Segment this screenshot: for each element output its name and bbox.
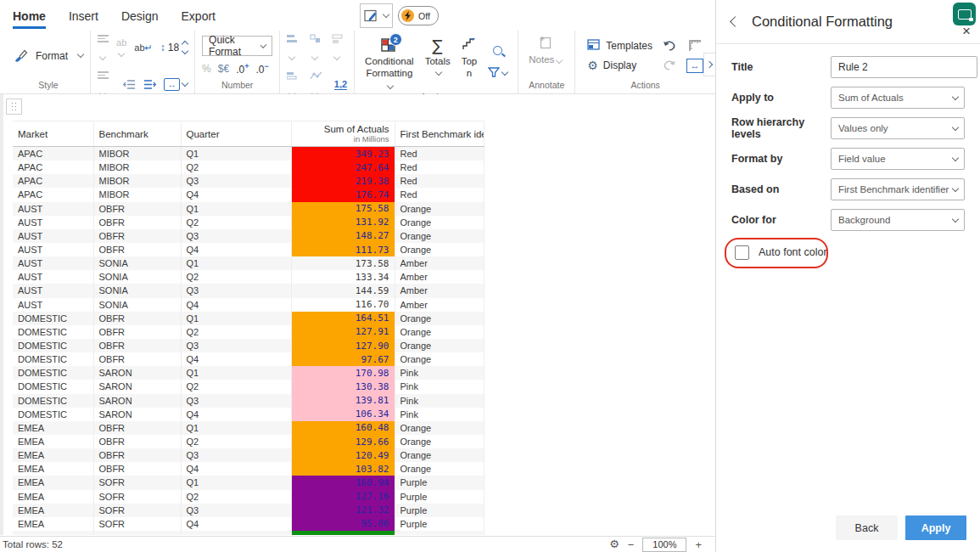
cell-sum-of-actuals[interactable]: 160.48	[291, 421, 395, 435]
table-row[interactable]: EMEASOFRQ1160.94Purple	[13, 476, 484, 489]
cell[interactable]: Q3	[181, 448, 291, 462]
cell[interactable]: EMEA	[13, 476, 93, 489]
cell[interactable]: Q2	[181, 435, 291, 448]
cell-sum-of-actuals[interactable]: 148.27	[291, 229, 395, 243]
cell-sum-of-actuals[interactable]: 176.74	[291, 188, 395, 201]
decimal-increase-button[interactable]: .0+	[236, 62, 249, 76]
table-row[interactable]: AUSTOBFRQ2131.92Orange	[13, 216, 484, 229]
cell-sum-of-actuals[interactable]	[291, 531, 395, 535]
cell[interactable]: AUST	[13, 229, 93, 243]
cell[interactable]: Q4	[181, 243, 291, 256]
cell-identifier[interactable]: Orange	[395, 202, 484, 216]
decimal-decrease-button[interactable]: .0−	[255, 62, 268, 76]
table-row[interactable]: EMEAOBFRQ4103.82Orange	[13, 462, 484, 476]
number-format-chart-button[interactable]: 1,2	[334, 79, 347, 90]
cell[interactable]: MIBOR	[93, 161, 181, 174]
cell[interactable]: SOFR	[93, 490, 181, 504]
cell-sum-of-actuals[interactable]: 160.94	[291, 476, 395, 489]
cell[interactable]: AUST	[13, 298, 93, 312]
notes-button[interactable]: Notes	[529, 31, 562, 82]
cell[interactable]: OBFR	[93, 202, 181, 216]
table-row[interactable]: DOMESTICOBFRQ2127.91Orange	[13, 325, 484, 339]
grouped-chart-button[interactable]	[310, 32, 325, 63]
cell-identifier[interactable]: Orange	[395, 325, 484, 339]
back-chevron-icon[interactable]	[730, 16, 741, 27]
cell-identifier[interactable]: Purple	[395, 517, 484, 531]
column-header-market[interactable]: Market	[13, 121, 93, 147]
column-header-identifier[interactable]: First Benchmark identifier	[395, 121, 484, 147]
cell[interactable]: SARON	[93, 380, 181, 393]
tab-home[interactable]: Home	[13, 9, 46, 29]
currency-format-button[interactable]: $€	[218, 63, 229, 75]
cell[interactable]: Q1	[181, 147, 291, 161]
cell[interactable]: Q1	[181, 476, 291, 489]
cell-sum-of-actuals[interactable]: 139.81	[291, 394, 395, 408]
cell[interactable]: AUST	[13, 270, 93, 284]
cell-identifier[interactable]: Orange	[395, 448, 484, 462]
table-row[interactable]: DOMESTICSARONQ3139.81Pink	[13, 394, 484, 408]
search-button[interactable]	[488, 46, 507, 55]
cell-identifier[interactable]: Orange	[395, 216, 484, 229]
cell[interactable]: APAC	[13, 188, 93, 201]
cell-identifier[interactable]: Amber	[395, 284, 484, 297]
optimized-mode-toggle[interactable]: Off	[398, 6, 439, 25]
cell[interactable]: Q4	[181, 462, 291, 476]
cell-identifier[interactable]: Red	[395, 147, 484, 161]
format-button[interactable]: Format	[14, 49, 83, 63]
auto-font-color-checkbox[interactable]	[735, 245, 749, 260]
cell-identifier[interactable]: Orange	[395, 312, 484, 325]
resize-widget-button[interactable]: ↔	[686, 59, 703, 73]
table-row[interactable]: AUSTSONIAQ4116.70Amber	[13, 298, 484, 312]
cell-identifier[interactable]: Purple	[395, 490, 484, 504]
indent-decrease-button[interactable]	[123, 80, 136, 89]
cell[interactable]: DOMESTIC	[13, 325, 93, 339]
table-row[interactable]: DOMESTICSARONQ4106.34Pink	[13, 408, 484, 421]
cell[interactable]: OBFR	[93, 421, 181, 435]
table-row[interactable]: EMEASOFRQ2127.16Purple	[13, 490, 484, 504]
cell[interactable]: OBFR	[93, 312, 181, 325]
cell-sum-of-actuals[interactable]: 127.16	[291, 490, 395, 504]
cell-identifier[interactable]: Amber	[395, 298, 484, 312]
based-on-dropdown[interactable]: First Benchmark identifier	[831, 178, 965, 200]
text-style-button[interactable]: ab	[116, 37, 126, 58]
cell[interactable]: SOFR	[93, 476, 181, 489]
row-height-control[interactable]: ↕ 18	[160, 42, 188, 54]
cell[interactable]	[181, 531, 291, 535]
cell-identifier[interactable]: Orange	[395, 243, 484, 256]
cell-identifier[interactable]: Red	[395, 174, 484, 188]
cell[interactable]: EMEA	[13, 448, 93, 462]
cell-sum-of-actuals[interactable]: 219.38	[291, 174, 395, 188]
table-row[interactable]: DOMESTICOBFRQ3127.90Orange	[13, 339, 484, 352]
cell[interactable]: EMEA	[13, 421, 93, 435]
cell-sum-of-actuals[interactable]: 121.32	[291, 504, 395, 517]
cell[interactable]: Q3	[181, 394, 291, 408]
cell[interactable]: DOMESTIC	[13, 312, 93, 325]
cell[interactable]: OBFR	[93, 229, 181, 243]
cell-sum-of-actuals[interactable]: 173.58	[291, 256, 395, 270]
stacked-chart-button[interactable]	[332, 32, 347, 63]
table-row[interactable]: AUSTOBFRQ4111.73Orange	[13, 243, 484, 256]
table-row[interactable]: AUSTSONIAQ3144.59Amber	[13, 284, 484, 297]
cell[interactable]: AUST	[13, 284, 93, 297]
cell-sum-of-actuals[interactable]: 129.66	[291, 435, 395, 448]
cell[interactable]: APAC	[13, 147, 93, 161]
cell[interactable]	[395, 531, 484, 535]
cell-sum-of-actuals[interactable]: 130.38	[291, 380, 395, 393]
cell-sum-of-actuals[interactable]: 164.51	[291, 312, 395, 325]
cell[interactable]: EMEA	[13, 490, 93, 504]
ribbon-expand-button[interactable]	[703, 53, 715, 76]
cell[interactable]: Q2	[181, 270, 291, 284]
column-header-benchmark[interactable]: Benchmark	[93, 121, 181, 147]
cell[interactable]: AUST	[13, 256, 93, 270]
conditional-formatting-button[interactable]: 2 Conditional Formatting	[365, 32, 414, 95]
cell[interactable]: Q3	[181, 229, 291, 243]
tab-design[interactable]: Design	[121, 9, 159, 29]
cell[interactable]: EMEA	[13, 435, 93, 448]
cell[interactable]: DOMESTIC	[13, 352, 93, 366]
column-width-button[interactable]: ↔	[164, 78, 188, 91]
table-row[interactable]: EMEASOFRQ3121.32Purple	[13, 504, 484, 517]
cell[interactable]: SARON	[93, 366, 181, 380]
ruler-icon-button[interactable]	[686, 40, 703, 52]
table-row[interactable]: DOMESTICOBFRQ1164.51Orange	[13, 312, 484, 325]
row-hierarchy-dropdown[interactable]: Values only	[831, 117, 965, 139]
